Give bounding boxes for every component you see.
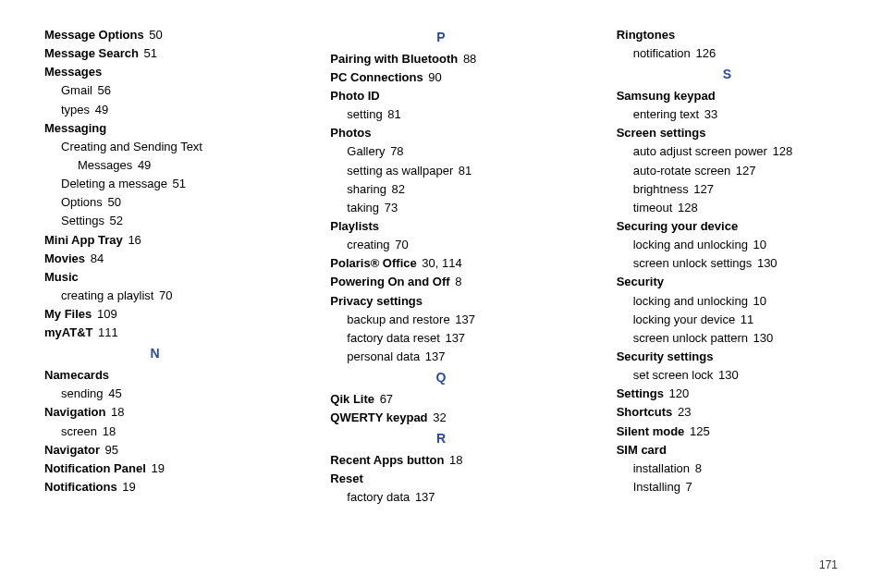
index-sub-text: locking and unlocking bbox=[633, 238, 748, 251]
index-sub-text: creating a playlist bbox=[61, 288, 153, 302]
index-entry: Powering On and Off 8 bbox=[330, 273, 551, 291]
index-term: Notifications bbox=[44, 480, 117, 494]
index-sub-text: Installing bbox=[633, 480, 680, 494]
index-page-ref[interactable]: 49 bbox=[95, 103, 108, 116]
index-page-ref[interactable]: 8 bbox=[455, 275, 461, 288]
index-page-ref[interactable]: 16 bbox=[128, 233, 141, 247]
index-sub-text: notification bbox=[633, 46, 691, 60]
index-sub-entry: locking and unlocking 10 bbox=[617, 292, 838, 311]
index-sub-text: timeout bbox=[633, 201, 673, 214]
index-page-ref[interactable]: 10 bbox=[753, 238, 766, 251]
index-entry: PC Connections 90 bbox=[330, 68, 551, 87]
index-page-ref[interactable]: 81 bbox=[387, 107, 400, 121]
index-entry: Pairing with Bluetooth 88 bbox=[330, 50, 551, 68]
index-page-ref[interactable]: 111 bbox=[98, 325, 118, 339]
index-page-ref[interactable]: 19 bbox=[122, 480, 135, 494]
index-page-ref[interactable]: 11 bbox=[741, 312, 753, 326]
index-entry: Mini App Tray 16 bbox=[44, 231, 265, 250]
index-term: Message Options bbox=[44, 28, 144, 42]
index-sub-entry: creating 70 bbox=[330, 236, 551, 254]
index-sub-entry: auto-rotate screen 127 bbox=[617, 162, 838, 180]
index-page-ref[interactable]: 10 bbox=[753, 294, 766, 308]
index-page-ref[interactable]: 19 bbox=[151, 461, 164, 475]
index-sub-entry: Creating and Sending Text bbox=[44, 138, 265, 156]
index-page-ref[interactable]: 70 bbox=[395, 238, 408, 251]
index-page-ref[interactable]: 49 bbox=[138, 158, 151, 172]
index-page-ref[interactable]: 50 bbox=[149, 28, 162, 42]
index-page-ref[interactable]: 70 bbox=[159, 288, 172, 302]
index-page-ref[interactable]: 130 bbox=[753, 331, 774, 345]
index-term: Shortcuts bbox=[617, 405, 673, 419]
index-page-ref[interactable]: 32 bbox=[433, 410, 446, 424]
index-page-ref[interactable]: 88 bbox=[463, 52, 476, 66]
index-term: Mini App Tray bbox=[44, 233, 123, 247]
index-page-ref[interactable]: 33 bbox=[704, 107, 717, 121]
index-page-ref[interactable]: 50 bbox=[107, 195, 120, 209]
index-sub-entry: brightness 127 bbox=[617, 180, 838, 199]
index-page-ref[interactable]: 7 bbox=[686, 480, 692, 494]
index-sub-text: Creating and Sending Text bbox=[61, 140, 202, 153]
index-entry: Security settings bbox=[617, 348, 838, 366]
index-page-ref[interactable]: 125 bbox=[690, 424, 710, 438]
index-term: Powering On and Off bbox=[330, 275, 449, 288]
index-page-ref[interactable]: 78 bbox=[390, 144, 403, 158]
index-sub-text: creating bbox=[347, 238, 389, 251]
index-entry: Message Options 50 bbox=[44, 26, 265, 44]
index-entry: Screen settings bbox=[617, 124, 838, 142]
index-sub-entry: creating a playlist 70 bbox=[44, 287, 265, 305]
index-entry: Reset bbox=[330, 470, 551, 488]
index-entry: Qik Lite 67 bbox=[330, 390, 551, 409]
index-page-ref[interactable]: 90 bbox=[428, 70, 441, 84]
index-sub-entry: screen unlock settings 130 bbox=[617, 254, 838, 273]
index-page-ref[interactable]: 127 bbox=[693, 182, 714, 196]
index-page-ref[interactable]: 51 bbox=[173, 177, 186, 190]
index-sub-entry: entering text 33 bbox=[617, 105, 838, 124]
index-term: Messages bbox=[44, 65, 102, 79]
index-page-ref[interactable]: 120 bbox=[669, 386, 690, 400]
index-term: Ringtones bbox=[617, 28, 676, 42]
index-page-ref[interactable]: 51 bbox=[144, 46, 157, 60]
index-page-ref[interactable]: 18 bbox=[103, 424, 116, 438]
index-page-ref[interactable]: 8 bbox=[695, 461, 702, 475]
index-page-ref[interactable]: 126 bbox=[695, 46, 716, 60]
index-page-ref[interactable]: 137 bbox=[425, 349, 446, 363]
index-sub-text: screen unlock pattern bbox=[633, 331, 748, 345]
index-page-ref[interactable]: 56 bbox=[98, 83, 111, 97]
index-sub-entry: notification 126 bbox=[617, 44, 838, 63]
index-page-ref[interactable]: 18 bbox=[449, 453, 462, 467]
index-sub-text: installation bbox=[633, 461, 690, 475]
index-page-ref[interactable]: 109 bbox=[97, 307, 117, 321]
index-letter-heading: P bbox=[330, 28, 551, 48]
index-term: Reset bbox=[330, 472, 362, 485]
index-page-ref[interactable]: 128 bbox=[773, 144, 793, 158]
index-sub-text: factory data reset bbox=[347, 331, 439, 345]
index-sub-text: Gallery bbox=[347, 144, 385, 158]
index-page-ref[interactable]: 23 bbox=[678, 405, 691, 419]
index-sub-entry: factory data reset 137 bbox=[330, 329, 551, 348]
index-page-ref[interactable]: 73 bbox=[385, 201, 398, 214]
index-term: myAT&T bbox=[44, 325, 92, 339]
index-term: Settings bbox=[617, 386, 664, 400]
index-page-ref[interactable]: 137 bbox=[445, 331, 465, 345]
index-column-1: Message Options 50Message Search 51Messa… bbox=[44, 26, 265, 507]
index-sub-text: types bbox=[61, 103, 90, 116]
index-sub-entry: locking your device 11 bbox=[617, 311, 838, 329]
index-page-ref[interactable]: 18 bbox=[111, 405, 124, 419]
index-entry: myAT&T 111 bbox=[44, 324, 265, 342]
index-page-ref[interactable]: 137 bbox=[415, 490, 435, 504]
index-page-ref[interactable]: 130 bbox=[718, 368, 739, 382]
index-page-ref[interactable]: 52 bbox=[110, 214, 123, 227]
index-page-ref[interactable]: 130 bbox=[757, 256, 778, 270]
index-page-ref[interactable]: 128 bbox=[678, 201, 698, 214]
index-page-ref[interactable]: 84 bbox=[91, 251, 104, 265]
index-term: Navigation bbox=[44, 405, 105, 419]
index-page-ref[interactable]: 137 bbox=[455, 312, 475, 326]
index-page-ref[interactable]: 45 bbox=[108, 386, 121, 400]
index-page-ref[interactable]: 67 bbox=[380, 392, 393, 406]
index-page-ref[interactable]: 81 bbox=[459, 164, 472, 178]
index-page-ref[interactable]: 30, 114 bbox=[422, 256, 461, 270]
index-page-ref[interactable]: 82 bbox=[392, 182, 405, 196]
index-page-ref[interactable]: 127 bbox=[736, 164, 756, 178]
index-entry: Ringtones bbox=[617, 26, 838, 44]
index-page-ref[interactable]: 95 bbox=[105, 443, 118, 457]
